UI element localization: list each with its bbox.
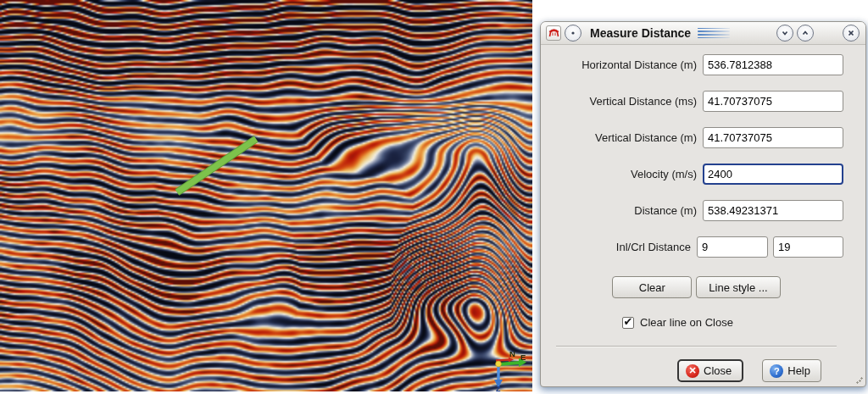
help-circle-icon: ? <box>770 364 783 378</box>
crossline-distance-input[interactable] <box>773 236 843 258</box>
line-style-button[interactable]: Line style ... <box>696 276 780 298</box>
field-row-velocity: Velocity (m/s) <box>549 163 843 185</box>
footer-button-row: ✕ Close ? Help <box>549 347 843 382</box>
titlebar-grip-lines <box>698 28 730 39</box>
menu-dot-icon <box>570 31 576 36</box>
seismic-image[interactable] <box>0 0 532 391</box>
dialog-titlebar[interactable]: Measure Distance <box>541 22 865 45</box>
field-row-vertical-distance-ms: Vertical Distance (ms) <box>549 90 843 112</box>
clear-line-on-close-checkbox[interactable] <box>622 317 634 329</box>
window-close-button[interactable] <box>843 25 860 42</box>
distance-input[interactable] <box>703 200 843 221</box>
horizontal-distance-label: Horizontal Distance (m) <box>581 58 697 71</box>
field-row-distance: Distance (m) <box>549 199 843 221</box>
close-button[interactable]: ✕ Close <box>677 359 743 382</box>
close-button-label: Close <box>704 364 732 377</box>
seismic-section-viewer[interactable]: N E Z <box>0 0 532 391</box>
chevron-down-icon <box>781 29 789 37</box>
distance-label: Distance (m) <box>634 204 697 217</box>
shade-up-button[interactable] <box>797 25 814 42</box>
horizontal-distance-input[interactable] <box>703 54 843 75</box>
clear-line-on-close-label: Clear line on Close <box>640 316 733 329</box>
app-icon <box>546 25 561 41</box>
dialog-body: Horizontal Distance (m) Vertical Distanc… <box>541 45 865 382</box>
close-x-icon <box>847 29 855 37</box>
measure-distance-dialog: Measure Distance Ho <box>540 21 866 387</box>
measure-tool-icon <box>548 28 559 38</box>
velocity-label: Velocity (m/s) <box>631 168 697 180</box>
chevron-up-icon <box>801 29 810 37</box>
resize-grip[interactable] <box>856 377 863 384</box>
vertical-distance-ms-label: Vertical Distance (ms) <box>590 95 697 108</box>
vertical-distance-ms-input[interactable] <box>703 91 843 112</box>
vertical-distance-m-label: Vertical Distance (m) <box>595 131 697 144</box>
inline-distance-input[interactable] <box>697 236 768 258</box>
field-row-horizontal-distance: Horizontal Distance (m) <box>549 53 843 75</box>
dialog-title: Measure Distance <box>590 26 691 40</box>
help-button[interactable]: ? Help <box>762 359 821 382</box>
application-window: N E Z Measure Distan <box>0 0 868 394</box>
field-row-inl-crl-distance: Inl/Crl Distance <box>549 236 843 258</box>
mid-button-row: Clear Line style ... <box>549 276 843 298</box>
clear-line-on-close-row: Clear line on Close <box>622 316 733 329</box>
inl-crl-distance-label: Inl/Crl Distance <box>616 241 691 253</box>
close-circle-icon: ✕ <box>686 364 699 378</box>
vertical-distance-m-input[interactable] <box>703 127 843 148</box>
velocity-input[interactable] <box>703 164 843 185</box>
shade-down-button[interactable] <box>776 25 793 42</box>
help-button-label: Help <box>787 364 810 377</box>
clear-button[interactable]: Clear <box>612 276 692 298</box>
window-menu-button[interactable] <box>565 25 581 42</box>
field-row-vertical-distance-m: Vertical Distance (m) <box>549 126 843 148</box>
